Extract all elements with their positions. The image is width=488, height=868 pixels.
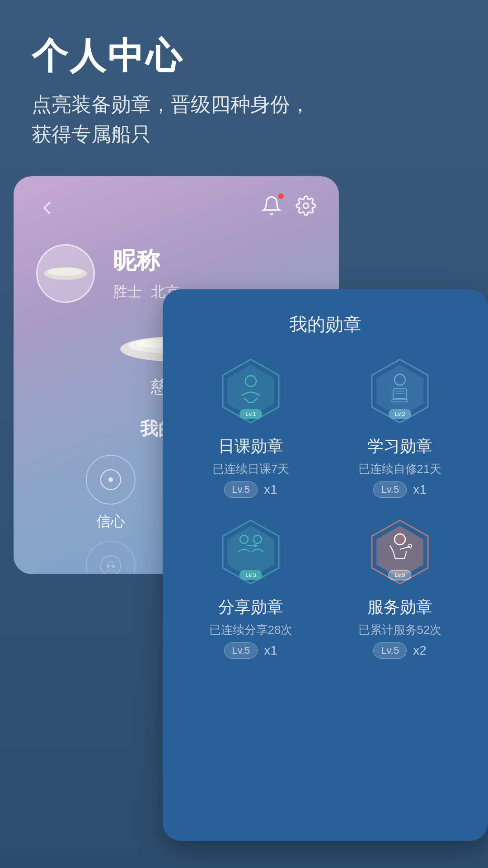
- badge-level-service: Lv.5 x2: [373, 642, 427, 659]
- badge-card: 我的勋章 Lv.1 日课勋章 已连续日课7天 Lv.5 x1: [163, 289, 488, 841]
- badge-name-service: 服务勋章: [367, 596, 432, 618]
- equip-item-xinxin: 信心: [50, 455, 172, 532]
- avatar: [36, 244, 95, 303]
- lv-count-daily: x1: [264, 482, 277, 497]
- equip-name-xinxin: 信心: [96, 512, 125, 532]
- badge-hex-study: Lv.2: [364, 355, 436, 427]
- svg-point-18: [101, 556, 121, 574]
- topbar-icons: [261, 195, 316, 221]
- svg-point-20: [107, 566, 109, 567]
- lv-badge-daily: Lv.5: [224, 481, 258, 498]
- svg-point-47: [394, 534, 405, 545]
- lv-count-study: x1: [413, 482, 427, 497]
- svg-text:Lv.1: Lv.1: [245, 410, 256, 417]
- badge-card-title: 我的勋章: [163, 289, 488, 355]
- badge-sub-share: 已连续分享28次: [209, 622, 293, 638]
- bell-icon[interactable]: [261, 195, 282, 221]
- svg-point-19: [108, 561, 113, 566]
- lv-badge-share: Lv.5: [224, 642, 258, 659]
- header-section: 个人中心 点亮装备勋章，晋级四种身份， 获得专属船只: [32, 36, 310, 149]
- badge-name-study: 学习勋章: [367, 435, 432, 458]
- subtitle-line1: 点亮装备勋章，晋级四种身份，: [32, 93, 310, 115]
- badge-level-share: Lv.5 x1: [224, 642, 277, 659]
- page-title: 个人中心: [32, 36, 310, 76]
- lv-badge-study: Lv.5: [373, 481, 407, 498]
- svg-point-2: [47, 268, 84, 276]
- lv-count-share: x1: [264, 643, 277, 658]
- username: 昵称: [113, 245, 180, 277]
- svg-text:Lv.5: Lv.5: [394, 571, 405, 578]
- badge-hex-share: Lv.3: [215, 516, 287, 588]
- badge-name-share: 分享勋章: [218, 596, 283, 618]
- equip-item-lihe: 利他: [50, 541, 172, 574]
- rank-tag: 胜士: [113, 282, 142, 302]
- svg-point-21: [113, 566, 114, 567]
- badge-level-daily: Lv.5 x1: [224, 481, 277, 498]
- badge-sub-study: 已连续自修21天: [358, 461, 442, 477]
- notification-dot: [278, 193, 284, 199]
- badge-name-daily: 日课勋章: [218, 435, 283, 458]
- badge-item-daily: Lv.1 日课勋章 已连续日课7天 Lv.5 x1: [185, 355, 316, 498]
- badge-hex-daily: Lv.1: [215, 355, 287, 427]
- back-button[interactable]: [36, 194, 63, 222]
- back-chevron-icon: [43, 202, 56, 214]
- badge-grid: Lv.1 日课勋章 已连续日课7天 Lv.5 x1 Lv.2: [163, 355, 488, 659]
- badge-hex-service: Lv.5: [364, 516, 436, 588]
- settings-icon[interactable]: [296, 195, 316, 221]
- badge-level-study: Lv.5 x1: [373, 481, 427, 498]
- header-subtitle: 点亮装备勋章，晋级四种身份， 获得专属船只: [32, 90, 310, 149]
- badge-sub-service: 已累计服务52次: [358, 622, 442, 638]
- svg-text:Lv.3: Lv.3: [245, 571, 256, 578]
- badge-item-study: Lv.2 学习勋章 已连续自修21天 Lv.5 x1: [334, 355, 465, 498]
- lv-count-service: x2: [413, 643, 427, 658]
- subtitle-line2: 获得专属船只: [32, 123, 151, 145]
- profile-topbar: [14, 176, 339, 222]
- badge-item-service: Lv.5 服务勋章 已累计服务52次 Lv.5 x2: [334, 516, 465, 659]
- badge-item-share: Lv.3 分享勋章 已连续分享28次 Lv.5 x1: [185, 516, 316, 659]
- xinxin-icon-circle: [86, 455, 136, 505]
- svg-point-0: [303, 203, 309, 208]
- lihe-icon-circle: [86, 541, 136, 574]
- lv-badge-service: Lv.5: [373, 642, 407, 659]
- svg-point-7: [109, 478, 113, 481]
- svg-text:Lv.2: Lv.2: [394, 410, 405, 417]
- badge-sub-daily: 已连续日课7天: [212, 461, 289, 477]
